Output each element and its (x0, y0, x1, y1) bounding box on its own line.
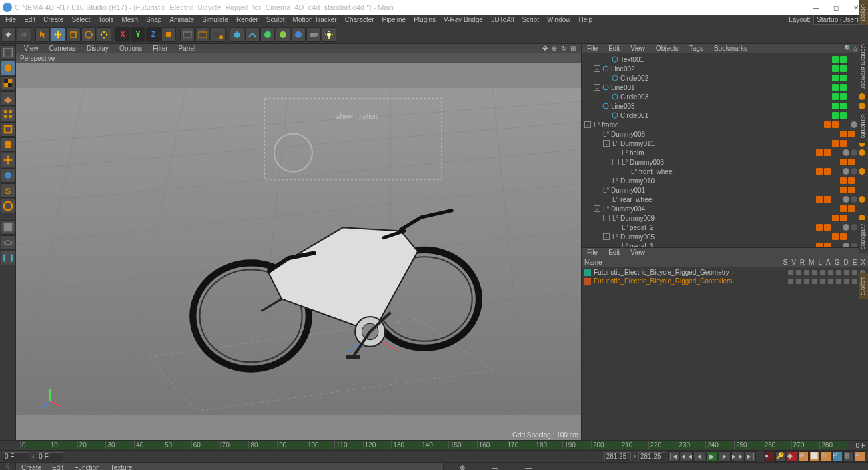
x-axis-lock[interactable]: X (115, 27, 130, 42)
y-axis-lock[interactable]: Y (131, 27, 145, 42)
pos-key[interactable]: ✥ (798, 451, 809, 462)
visibility-dot[interactable] (816, 196, 823, 203)
tree-label[interactable]: Dummy005 (620, 233, 832, 241)
vp-menu-options[interactable]: Options (114, 45, 147, 52)
prev-key-button[interactable]: ◄◄ (681, 451, 693, 462)
redo-button[interactable] (17, 27, 31, 42)
tree-item-Circle001[interactable]: Circle001 (582, 111, 868, 120)
prev-frame-button[interactable]: ◄ (693, 451, 705, 462)
obj-menu-bookmarks[interactable]: Bookmarks (711, 45, 750, 52)
expand-icon[interactable]: - (594, 84, 600, 91)
tree-label[interactable]: Line001 (611, 84, 832, 91)
layer-menu-file[interactable]: File (584, 249, 600, 256)
visibility-dot[interactable] (840, 187, 847, 193)
menu-simulate[interactable]: Simulate (198, 15, 232, 24)
expand-icon[interactable]: - (603, 140, 610, 147)
workplane-mode[interactable] (1, 91, 15, 106)
tag-tex[interactable] (843, 224, 849, 231)
frame-end2-input[interactable] (638, 452, 665, 461)
axis-mode[interactable] (1, 153, 15, 167)
tree-item-frame[interactable]: -L°frame (582, 120, 868, 129)
vp-menu-view[interactable]: View (19, 45, 44, 52)
vp-menu-cameras[interactable]: Cameras (44, 45, 82, 52)
tree-item-Dummy009[interactable]: -L°Dummy009 (582, 213, 868, 223)
tree-item-Dummy003[interactable]: -L°Dummy003 (582, 157, 868, 167)
object-tree[interactable]: Text001-Line002Circle002-Line001Circle00… (582, 53, 868, 247)
menu-sculpt[interactable]: Sculpt (262, 15, 289, 24)
menu-render[interactable]: Render (232, 15, 262, 24)
next-frame-button[interactable]: ► (719, 451, 731, 462)
tree-label[interactable]: Line002 (611, 65, 832, 73)
visibility-dot[interactable] (816, 243, 823, 247)
visibility-dot[interactable] (832, 215, 839, 221)
tree-item-Dummy001[interactable]: -L°Dummy001 (582, 185, 868, 195)
tree-item-rear_wheel[interactable]: L°rear_wheel (582, 195, 868, 204)
param-key[interactable]: P (832, 451, 843, 462)
move-tool[interactable] (51, 27, 65, 42)
visibility-dot[interactable] (832, 65, 839, 72)
primitive-menu[interactable] (230, 27, 244, 42)
layer-color-swatch[interactable] (584, 278, 591, 285)
side-tab-attributes[interactable]: Attributes (859, 220, 868, 253)
tree-item-Circle002[interactable]: Circle002 (582, 73, 868, 83)
pla-key[interactable]: ⊞ (843, 451, 854, 462)
visibility-dot[interactable] (816, 224, 823, 231)
tree-label[interactable]: Dummy011 (620, 140, 832, 147)
tag-circ[interactable] (859, 168, 865, 175)
goto-end-button[interactable]: ►| (744, 451, 756, 462)
visibility-dot[interactable] (832, 103, 839, 109)
scale-tool[interactable] (66, 27, 81, 42)
tree-item-Line002[interactable]: -Line002 (582, 64, 868, 73)
expand-icon[interactable]: - (603, 215, 610, 221)
tag-tex2[interactable] (851, 149, 857, 156)
generator-menu[interactable] (260, 27, 275, 42)
light-menu[interactable] (322, 27, 336, 42)
expand-icon[interactable]: - (584, 121, 591, 128)
tree-label[interactable]: frame (602, 121, 824, 129)
xray-toggle[interactable] (1, 235, 15, 250)
side-tab-object[interactable]: Object (859, 0, 868, 25)
vp-rotate-icon[interactable]: ↻ (561, 45, 569, 53)
visibility-dot[interactable] (840, 177, 847, 184)
vp-pan-icon[interactable]: ✥ (542, 45, 550, 53)
model-mode[interactable] (1, 61, 15, 75)
menu-tools[interactable]: Tools (94, 15, 117, 24)
tree-label[interactable]: Dummy009 (620, 215, 832, 222)
tree-item-Circle003[interactable]: Circle003 (582, 92, 868, 101)
tree-item-Dummy010[interactable]: L°Dummy010 (582, 176, 868, 185)
z-axis-lock[interactable]: Z (146, 27, 161, 42)
coord-system[interactable] (161, 27, 176, 42)
home-icon[interactable]: ⌂ (853, 45, 857, 52)
visibility-dot[interactable] (832, 84, 839, 91)
timeline[interactable]: 0102030405060708090100110120130140150160… (0, 440, 868, 450)
tree-item-Dummy005[interactable]: -L°Dummy005 (582, 232, 868, 241)
script-button[interactable] (1, 251, 15, 265)
menu-select[interactable]: Select (67, 15, 94, 24)
side-tab-layers[interactable]: Layers (859, 273, 868, 299)
record-button[interactable]: ● (764, 451, 775, 462)
keyframe-sel[interactable]: ◆ (787, 451, 797, 462)
tree-label[interactable]: rear_wheel (620, 196, 816, 203)
expand-icon[interactable]: - (594, 103, 600, 109)
layer-item[interactable]: Futuristic_Electric_Bicycle_Rigged_Contr… (582, 277, 868, 285)
tree-label[interactable]: Circle001 (620, 112, 832, 119)
tag-circ[interactable] (859, 196, 865, 203)
tweak-mode[interactable] (1, 168, 15, 183)
autokey-button[interactable]: 🔑 (775, 451, 786, 462)
tree-item-Line003[interactable]: -Line003 (582, 101, 868, 111)
mat-menu-function[interactable]: Function (71, 464, 102, 471)
expand-icon[interactable]: - (612, 159, 619, 165)
menu-animate[interactable]: Animate (165, 15, 198, 24)
tree-item-pedal_1[interactable]: L°pedal_1 (582, 241, 868, 247)
tag-tex[interactable] (843, 243, 849, 247)
spline-menu[interactable] (245, 27, 260, 42)
environment-menu[interactable] (291, 27, 306, 42)
visibility-dot[interactable] (832, 75, 839, 81)
layers-list[interactable]: Futuristic_Electric_Bicycle_Rigged_Geome… (582, 267, 868, 440)
visibility-dot[interactable] (832, 56, 839, 63)
menu-edit[interactable]: Edit (20, 15, 39, 24)
tree-item-pedal_2[interactable]: L°pedal_2 (582, 223, 868, 232)
camera-menu[interactable] (306, 27, 321, 42)
rot-key[interactable]: ↻ (821, 451, 831, 462)
menu-pipeline[interactable]: Pipeline (378, 15, 410, 24)
